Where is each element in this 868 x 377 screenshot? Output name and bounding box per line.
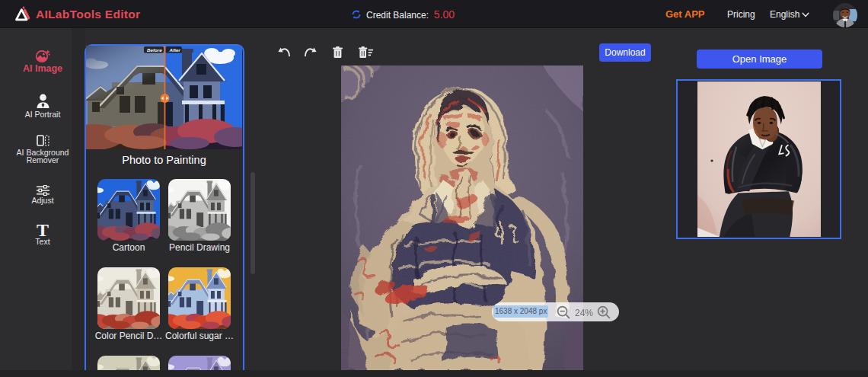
svg-text:Before: Before: [147, 47, 162, 53]
svg-text:After: After: [169, 47, 181, 53]
